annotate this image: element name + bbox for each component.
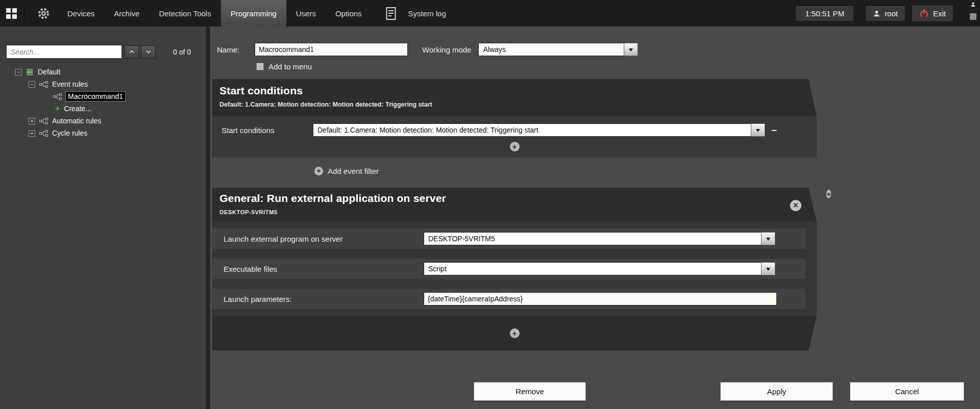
executable-files-label: Executable files	[224, 265, 277, 273]
section-subtitle: DESKTOP-5VRITM5	[219, 209, 808, 215]
expand-toggle-icon[interactable]	[29, 130, 35, 137]
topbar-right-cluster: 1:50:51 PM root Exit	[795, 0, 980, 27]
current-user-button[interactable]: root	[865, 6, 905, 21]
tab-users[interactable]: Users	[286, 0, 326, 27]
launch-parameters-input[interactable]	[424, 292, 777, 305]
mini-user-icon[interactable]	[970, 2, 976, 7]
launch-parameters-label: Launch parameters:	[224, 295, 291, 303]
tree-item-label: Automatic rules	[52, 117, 101, 125]
user-name: root	[885, 9, 898, 18]
topbar-divider	[25, 5, 26, 22]
dropdown-arrow-icon[interactable]	[761, 262, 775, 275]
right-edge-panel	[967, 0, 979, 27]
add-filter-plus-icon	[314, 167, 323, 175]
tab-options[interactable]: Options	[326, 0, 372, 27]
start-conditions-row-label: Start conditions	[222, 126, 313, 135]
tree-item-create[interactable]: + Create...	[0, 103, 206, 115]
search-down-button[interactable]	[141, 45, 156, 59]
server-value: DESKTOP-5VRITM5	[424, 232, 761, 245]
name-input[interactable]	[255, 43, 408, 56]
action-section: General: Run external application on ser…	[212, 188, 817, 350]
add-to-menu-checkbox[interactable]	[256, 63, 264, 70]
action-banner: General: Run external application on ser…	[212, 188, 817, 222]
search-up-button[interactable]	[124, 45, 139, 59]
apply-button[interactable]: Apply	[720, 382, 833, 401]
add-action-side	[826, 189, 831, 199]
tree-item-automatic-rules[interactable]: Automatic rules	[0, 115, 206, 127]
working-mode-dropdown[interactable]: Always	[478, 43, 638, 56]
system-log-button[interactable]: System log	[385, 6, 446, 21]
dropdown-arrow-icon[interactable]	[751, 123, 765, 137]
working-mode-label: Working mode	[422, 45, 471, 54]
tab-archive[interactable]: Archive	[104, 0, 149, 27]
section-title: General: Run external application on ser…	[219, 192, 808, 205]
start-condition-dropdown[interactable]: Default: 1.Camera: Motion detection: Mot…	[313, 123, 765, 137]
branch-icon	[53, 93, 62, 100]
tree-item-event-rules[interactable]: Event rules	[0, 78, 206, 90]
settings-gear-icon[interactable]	[37, 7, 51, 20]
tree-item-label: Create...	[64, 105, 91, 113]
add-event-filter[interactable]: Add event filter	[314, 167, 817, 175]
tab-detection-tools[interactable]: Detection Tools	[149, 0, 220, 27]
system-log-icon	[385, 6, 397, 21]
system-log-label: System log	[408, 9, 446, 18]
macrocommand-editor: Name: Working mode Always Add to menu St…	[211, 27, 980, 409]
exit-label: Exit	[933, 9, 946, 18]
collapse-toggle-icon[interactable]	[15, 69, 22, 75]
branch-icon	[39, 81, 48, 88]
clock-text: 1:50:51 PM	[805, 9, 844, 18]
name-row: Name: Working mode Always	[217, 43, 980, 56]
start-conditions-banner: Start conditions Default: 1.Camera: Moti…	[212, 79, 817, 116]
tree-item-default[interactable]: Default	[0, 66, 206, 78]
add-event-filter-label: Add event filter	[328, 167, 379, 175]
main-menu: Devices Archive Detection Tools Programm…	[58, 0, 372, 27]
tree-item-macrocommand1[interactable]: Macrocommand1	[0, 90, 206, 103]
launch-program-label: Launch external program on server	[224, 235, 342, 243]
add-to-menu-row: Add to menu	[256, 62, 980, 71]
add-condition-row	[212, 142, 817, 151]
power-icon	[919, 9, 929, 18]
start-conditions-body: Start conditions Default: 1.Camera: Moti…	[212, 116, 817, 158]
database-icon	[26, 68, 34, 76]
action-row-server: Launch external program on server DESKTO…	[212, 228, 805, 249]
cancel-button[interactable]: Cancel	[850, 382, 964, 401]
add-action-bottom-button[interactable]	[510, 328, 520, 338]
expand-toggle-icon[interactable]	[29, 118, 35, 124]
panel-collapse-handle[interactable]	[970, 13, 976, 20]
sidebar-splitter[interactable]	[206, 27, 211, 409]
tree-item-label-selected: Macrocommand1	[66, 92, 125, 101]
remove-button[interactable]: Remove	[474, 382, 586, 401]
tab-devices[interactable]: Devices	[58, 0, 104, 27]
branch-icon	[39, 118, 48, 124]
executable-value: Script	[424, 262, 761, 275]
server-dropdown[interactable]: DESKTOP-5VRITM5	[424, 232, 775, 245]
section-title: Start conditions	[219, 85, 808, 97]
dropdown-arrow-icon[interactable]	[761, 232, 775, 245]
dropdown-arrow-icon[interactable]	[624, 43, 638, 56]
add-action-banner	[212, 316, 817, 350]
apps-grid-icon[interactable]	[6, 8, 17, 19]
search-input[interactable]	[6, 45, 122, 59]
user-icon	[873, 10, 880, 17]
executable-dropdown[interactable]: Script	[424, 262, 775, 275]
name-label: Name:	[217, 45, 255, 54]
collapse-toggle-icon[interactable]	[29, 81, 35, 88]
tree-item-label: Event rules	[52, 80, 88, 88]
editor-buttons: Remove Apply Cancel	[474, 382, 980, 401]
search-row: 0 of 0	[0, 27, 206, 59]
condition-row: Start conditions Default: 1.Camera: Moti…	[222, 123, 817, 137]
exit-button[interactable]: Exit	[912, 5, 953, 22]
remove-action-button[interactable]	[790, 200, 801, 211]
search-result-counter: 0 of 0	[173, 48, 191, 56]
action-row-parameters: Launch parameters:	[212, 289, 805, 309]
add-condition-button[interactable]	[510, 142, 520, 151]
add-action-button[interactable]	[826, 190, 831, 198]
tab-programming[interactable]: Programming	[221, 0, 286, 27]
clock: 1:50:51 PM	[795, 6, 854, 21]
tree-item-cycle-rules[interactable]: Cycle rules	[0, 127, 206, 139]
tree-item-label: Default	[38, 68, 60, 76]
remove-condition-button[interactable]	[771, 125, 777, 135]
start-condition-value: Default: 1.Camera: Motion detection: Mot…	[313, 123, 751, 137]
content-area: 0 of 0 Default	[0, 27, 980, 409]
tree-item-label: Cycle rules	[52, 129, 87, 137]
